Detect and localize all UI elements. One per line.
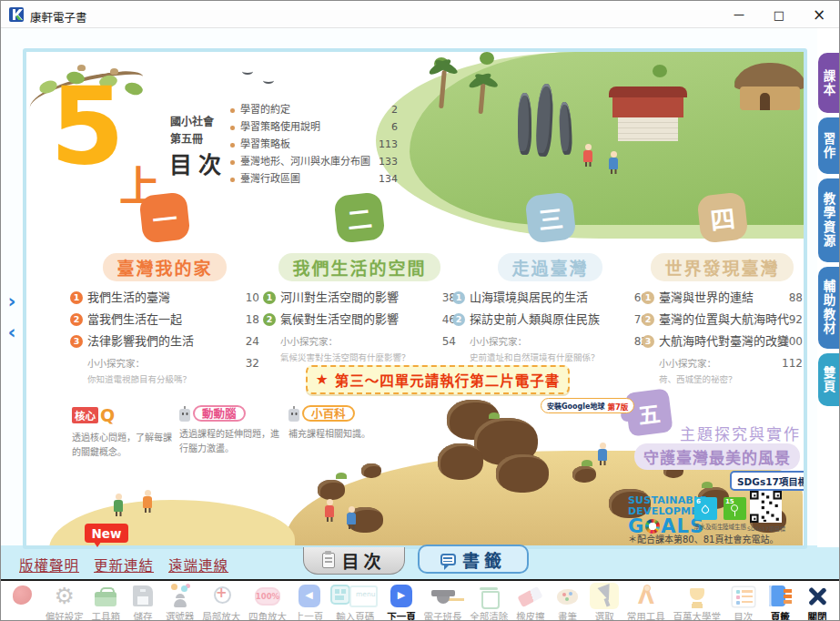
leaf-icon [124, 81, 145, 97]
side-tab-workbook[interactable]: 習作 [818, 117, 839, 174]
toc-entry: 3 法律影響我們的生活 24 [70, 334, 259, 348]
brainstorm-badge: 動動腦 [193, 405, 246, 422]
brush-button[interactable]: 畫筆 [553, 583, 582, 621]
unit-1-title: 臺灣我的家 [103, 253, 226, 281]
close-window-button[interactable]: × [799, 1, 839, 28]
side-tab-supplementary[interactable]: 輔助教材 [818, 267, 839, 349]
toc-bottom-tab[interactable]: 目次 [303, 547, 405, 575]
number-picker-button[interactable]: 選號器 [166, 583, 195, 621]
entry-title: 臺灣與世界的連結 [659, 290, 754, 304]
next-page-button[interactable]: 下一頁 [387, 583, 416, 621]
legend-description: 補充課程相關知識。 [288, 427, 383, 442]
region-zoom-button[interactable]: 局部放大 [202, 583, 240, 621]
toc-tab-label: 目次 [341, 548, 385, 573]
tree-glyph-icon [731, 504, 738, 512]
explorer-entry: 小小探究家： 32 [70, 356, 259, 370]
flying-bird-icon [242, 68, 253, 75]
entry-number-badge: 1 [642, 291, 654, 304]
toolbar-button-label: 局部放大 [202, 609, 240, 621]
gear-icon [50, 583, 79, 609]
encyclopedia-badge: 小百科 [302, 405, 355, 422]
copyright-link[interactable]: 版權聲明 [19, 555, 79, 575]
select-icon [590, 583, 619, 609]
toc-entry: 2 當我們生活在一起 18 [70, 312, 259, 326]
flying-bird-icon [263, 77, 274, 84]
unit-column-4: 四 世界發現臺灣 1 臺灣與世界的連結 88 2 臺灣的位置與大航海時代 92 [642, 194, 803, 385]
unit-5-subtitle: 守護臺灣最美的風景 [634, 443, 800, 470]
explorer-question: 你知道電視節目有分級嗎？ [70, 372, 259, 385]
side-tab-textbook[interactable]: 課本 [818, 53, 839, 113]
nav-arrow-right-icon[interactable]: › [4, 290, 20, 314]
eraser-button[interactable]: 橡皮擦 [516, 583, 545, 621]
walker-figure [114, 500, 123, 512]
robot-icon [179, 409, 190, 422]
hut-door [760, 93, 770, 110]
explorer-label: 小小探究家： [659, 358, 716, 369]
update-link[interactable]: 更新連結 [94, 555, 154, 575]
nav-arrow-left-icon[interactable]: ‹ [4, 321, 20, 345]
new-badge: New [85, 524, 128, 543]
sdg-note: ＊配合課本第80、81頁社會充電站。 [628, 532, 778, 545]
toc-entry: 3 大航海時代對臺灣的改變 100 [642, 334, 803, 348]
bookmark-tab-label: 書籤 [462, 547, 506, 572]
common-tools-icon [632, 583, 661, 609]
title-bar: 康軒電子書 — □ × [1, 1, 839, 28]
toolbar-button-label: 百萬大學堂 [673, 609, 722, 621]
unit-column-1: 一 臺灣我的家 1 我們生活的臺灣 10 2 當我們生活在一起 18 [70, 194, 259, 385]
toc-entry: 2 探訪史前人類與原住民族 70 [452, 312, 648, 326]
entry-number-badge: 3 [70, 335, 83, 348]
palm-tree-icon [439, 70, 447, 108]
entry-title: 臺灣地形、河川與水庫分布圖 [240, 156, 370, 168]
prev-page-button[interactable]: 上一頁 [295, 583, 324, 621]
corner-zoom-button[interactable]: 100% 四角放大 [248, 583, 287, 621]
preferences-button[interactable]: 偏好設定 [46, 583, 84, 621]
rock [361, 463, 381, 478]
toolbar-button-label: 目次 [734, 609, 753, 621]
page-input-button[interactable]: menu 輸入頁碼 [331, 583, 379, 621]
front-matter-entry: 臺灣地形、河川與水庫分布圖 133 [230, 157, 398, 168]
clear-all-button[interactable]: 全部清除 [470, 583, 508, 621]
side-tab-teaching-resources[interactable]: 教學資源 [818, 178, 839, 262]
tree-icon [653, 65, 667, 77]
bookmark-bottom-tab[interactable]: 書籤 [418, 545, 529, 574]
toc-button[interactable]: 目次 [729, 583, 758, 621]
entry-page: 6 [391, 122, 398, 134]
google-earth-label: 安裝Google地球 [547, 401, 604, 411]
explorer-question: 氣候災害對生活空間有什麼影響？ [263, 351, 456, 363]
million-quiz-button[interactable]: 百萬大學堂 [673, 583, 722, 621]
explorer-label: 小小探究家： [87, 358, 145, 369]
remote-link[interactable]: 遠端連線 [168, 555, 228, 575]
toolbar-button-label: 電子班長 [424, 609, 462, 621]
unit-3-icon: 三 [524, 191, 576, 243]
toolbox-button[interactable]: 工具箱 [91, 583, 120, 621]
prev-page-icon [295, 583, 324, 609]
kid-figure [583, 150, 592, 162]
grass-tuft [336, 473, 347, 479]
entry-title: 探訪史前人類與原住民族 [470, 312, 600, 326]
select-button[interactable]: 選取 [590, 583, 619, 621]
maximize-button[interactable]: □ [759, 1, 799, 28]
common-tools-button[interactable]: 常用工具 [627, 583, 665, 621]
page-tabs-button[interactable]: 頁籤 [765, 583, 794, 621]
stamp-rose-button[interactable] [8, 583, 37, 609]
temple-roof [609, 87, 687, 97]
entry-title: 河川對生活空間的影響 [280, 290, 399, 304]
toolbar-button-label: 橡皮擦 [516, 609, 545, 621]
toolbar-button-label: 上一頁 [295, 609, 324, 621]
close-button[interactable]: 關閉 [803, 583, 832, 621]
book-meta: 國小社會 第五冊 [170, 114, 214, 148]
side-tab-dual-page[interactable]: 雙頁 [818, 353, 839, 406]
eraser-icon [516, 583, 545, 609]
save-icon [128, 583, 157, 609]
side-tabs: 課本 習作 教學資源 輔助教材 雙頁 [818, 53, 839, 406]
toolbar-button-label: 常用工具 [627, 609, 665, 621]
e-class-leader-button[interactable]: 電子班長 [424, 583, 462, 621]
minimize-button[interactable]: — [719, 1, 759, 28]
toolbar-button-label: 頁籤 [771, 609, 790, 621]
footer-links: 版權聲明 更新連結 遠端連線 [19, 555, 228, 575]
rock [572, 466, 596, 483]
save-button[interactable]: 儲存 [128, 583, 157, 621]
bullet-icon [230, 126, 235, 130]
unit-numeral: 五 [636, 395, 662, 430]
page-frame: 5 上 國小社會 第五冊 目次 學習的約定 2 [23, 48, 807, 549]
